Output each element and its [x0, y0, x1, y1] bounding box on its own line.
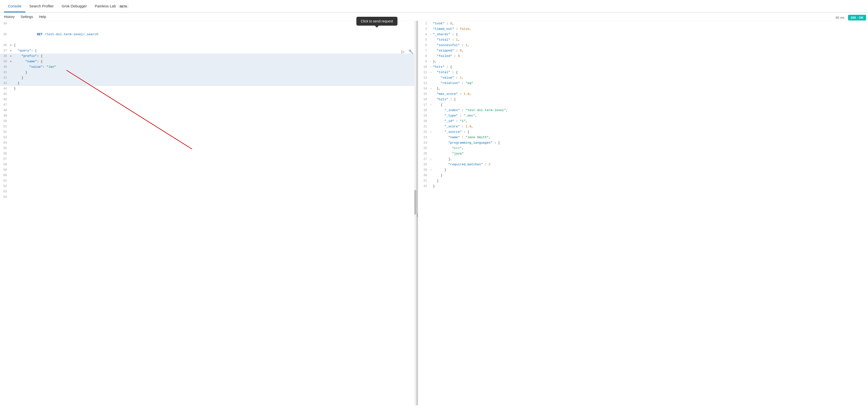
app-container: Console Search Profiler Grok Debugger Pa… [0, 0, 868, 405]
editor-line-34: 34 [0, 21, 416, 26]
tab-console[interactable]: Console [4, 0, 25, 12]
output-line-29: 29 ▾ } [418, 167, 868, 173]
editor-line-51: 51 [0, 124, 416, 129]
output-line-10: 10 ▾ "hits" : { [418, 64, 868, 70]
output-line-17: 17 ▾ { [418, 102, 868, 108]
editor-line-61: 61 [0, 178, 416, 183]
scroll-thumb [414, 190, 416, 214]
editor-line-55: 55 [0, 146, 416, 151]
output-line-4: 4 ▾ "_shards" : { [418, 32, 868, 37]
output-line-31: 31 ] [418, 178, 868, 183]
nav-history[interactable]: History [4, 15, 15, 19]
output-line-26: 26 "java" [418, 151, 868, 156]
output-line-23: 23 "name" : "Jane Smith", [418, 135, 868, 140]
editor-line-40: 40 "value": "Jan" [0, 64, 416, 70]
editor-line-50: 50 [0, 118, 416, 124]
editor-line-64: 64 [0, 195, 416, 200]
editor-line-45: 45 [0, 91, 416, 97]
editor-line-53: 53 [0, 135, 416, 140]
output-line-24: 24 "programming_languages" : [ [418, 140, 868, 146]
output-line-6: 6 "successful" : 1, [418, 42, 868, 48]
editor-line-44: 44 } [0, 86, 416, 91]
editor-line-59: 59 [0, 167, 416, 173]
output-line-28: 28 "required_matches" : 2 [418, 162, 868, 167]
output-line-9: 9 }, [418, 59, 868, 64]
beta-badge: BETA [118, 5, 128, 8]
secondary-nav: History Settings Help 65 ms 200 - OK Cli… [0, 13, 868, 21]
editor-line-36: 36 ▾ { [0, 42, 416, 48]
output-line-2: 2 "took" : 0, [418, 21, 868, 26]
editor-line-38: 38 ▾ "prefix": { [0, 54, 416, 59]
output-line-27: 27 ▾ ], [418, 156, 868, 162]
output-line-19: 19 "_type" : "_doc", [418, 113, 868, 118]
editor-line-39: 39 ▾ "name": { [0, 59, 416, 64]
nav-help[interactable]: Help [39, 15, 46, 19]
output-line-3: 3 "timed_out" : false, [418, 26, 868, 32]
editor-line-62: 62 [0, 183, 416, 189]
output-line-30: 30 } [418, 173, 868, 178]
output-line-7: 7 "skipped" : 0, [418, 48, 868, 54]
editor-line-57: 57 [0, 156, 416, 162]
editor-line-43: 43 } [0, 81, 416, 86]
output-line-5: 5 "total" : 1, [418, 37, 868, 42]
vertical-scroll-track[interactable] [414, 21, 416, 405]
run-button[interactable]: ▷ [400, 48, 406, 55]
editor-line-35: 35 GET /test-dsl-term-level/_search [0, 26, 416, 42]
status-badge: 200 - OK [848, 15, 866, 21]
output-line-25: 25 "c++", [418, 146, 868, 151]
editor-line-46: 46 [0, 97, 416, 102]
output-line-11: 11 ▾ "total" : { [418, 70, 868, 75]
tab-grok-debugger[interactable]: Grok Debugger [58, 0, 91, 12]
output-line-8: 8 "failed" : 0 [418, 54, 868, 59]
send-request-tooltip: Click to send request [356, 17, 398, 26]
editor-line-47: 47 [0, 102, 416, 108]
output-line-21: 21 "_score" : 1.0, [418, 124, 868, 129]
top-nav: Console Search Profiler Grok Debugger Pa… [0, 0, 868, 13]
editor-line-60: 60 [0, 173, 416, 178]
editor-line-58: 58 [0, 162, 416, 167]
output-line-32: 32 } [418, 183, 868, 189]
output-line-12: 12 "value" : 1, [418, 75, 868, 81]
wrench-button[interactable]: 🔧 [407, 48, 414, 55]
tab-search-profiler[interactable]: Search Profiler [25, 0, 58, 12]
editor-line-54: 54 [0, 140, 416, 146]
output-line-14: 14 ▾ }, [418, 86, 868, 91]
editor-line-37: 37 ▾ "query": { [0, 48, 416, 54]
status-ms: 65 ms [834, 15, 846, 21]
editor-panel[interactable]: ▷ 🔧 34 35 GET /test-dsl-term-level/_sear… [0, 21, 416, 405]
output-line-16: 16 "hits" : [ [418, 97, 868, 102]
output-line-13: 13 "relation" : "eq" [418, 81, 868, 86]
output-line-20: 20 "_id" : "1", [418, 118, 868, 124]
editor-line-49: 49 [0, 113, 416, 118]
output-panel[interactable]: 2 "took" : 0, 3 "timed_out" : false, 4 ▾… [418, 21, 868, 405]
editor-line-42: 42 } [0, 75, 416, 81]
output-line-18: 18 "_index" : "test-dsl-term-level", [418, 108, 868, 113]
output-line-22: 22 ▾ "_source" : { [418, 129, 868, 135]
editor-toolbar: ▷ 🔧 [400, 48, 414, 55]
output-line-15: 15 "max_score" : 1.0, [418, 91, 868, 97]
nav-settings[interactable]: Settings [21, 15, 33, 19]
editor-line-63: 63 [0, 189, 416, 195]
tab-painless-lab[interactable]: Painless Lab BETA [91, 0, 132, 12]
main-content: ▷ 🔧 34 35 GET /test-dsl-term-level/_sear… [0, 21, 868, 405]
editor-line-48: 48 [0, 108, 416, 113]
editor-line-56: 56 [0, 151, 416, 156]
editor-line-52: 52 [0, 129, 416, 135]
editor-line-41: 41 } [0, 70, 416, 75]
